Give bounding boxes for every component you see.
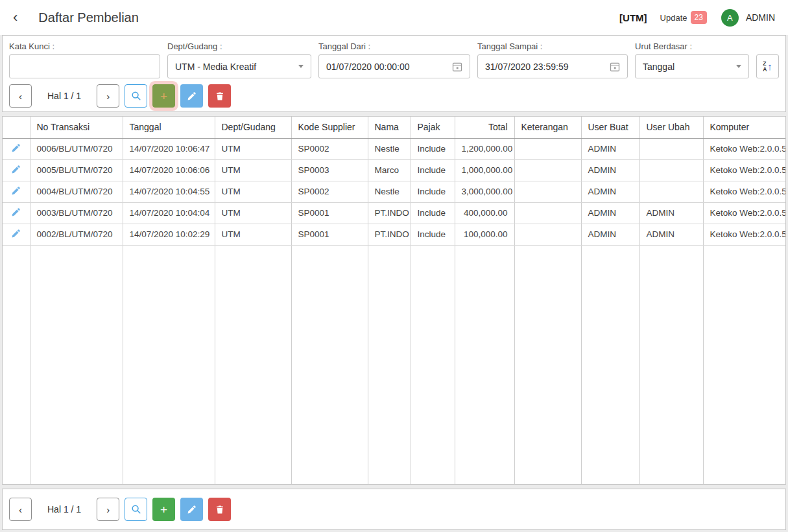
row-edit-pencil-icon[interactable]	[11, 229, 21, 238]
cell-total: 3,000,000.00	[455, 181, 514, 202]
dept-field-group: Dept/Gudang : UTM - Media Kreatif	[167, 41, 311, 78]
update-count-badge: 23	[691, 11, 707, 24]
search-button[interactable]	[125, 84, 147, 108]
cell-dept: UTM	[215, 181, 291, 202]
row-edit-pencil-icon[interactable]	[11, 165, 21, 174]
app-window: ‹ Daftar Pembelian [UTM] Update 23 A ADM…	[0, 0, 788, 532]
table-row[interactable]: 0006/BL/UTM/0720 14/07/2020 10:06:47 UTM…	[3, 138, 785, 159]
cell-keterangan	[514, 202, 581, 224]
prev-page-button[interactable]: ‹	[9, 84, 32, 108]
cell-pajak: Include	[411, 202, 455, 224]
date-from-label: Tanggal Dari :	[318, 41, 470, 51]
add-button[interactable]: +	[152, 84, 175, 108]
column-header: No Transaksi	[30, 117, 123, 138]
cell-no-transaksi: 0003/BL/UTM/0720	[30, 202, 123, 224]
next-page-button[interactable]: ›	[97, 498, 119, 521]
filter-panel: Kata Kunci : Dept/Gudang : UTM - Media K…	[2, 35, 786, 112]
purchases-table: No Transaksi Tanggal Dept/Gudang Kode Su…	[3, 117, 785, 484]
cell-pajak: Include	[411, 159, 455, 181]
edit-button[interactable]	[180, 84, 203, 108]
column-header: Pajak	[411, 117, 455, 138]
cell-user-ubah	[639, 159, 703, 181]
column-header: Nama	[368, 117, 411, 138]
avatar[interactable]: A	[721, 9, 739, 27]
cell-user-buat: ADMIN	[581, 224, 639, 245]
dept-select-value: UTM - Media Kreatif	[175, 62, 256, 72]
sort-select[interactable]: Tanggal	[635, 54, 749, 78]
keyword-input[interactable]	[9, 54, 160, 78]
cell-kode-supplier: SP0003	[291, 159, 368, 181]
cell-user-buat: ADMIN	[581, 159, 639, 181]
cell-keterangan	[514, 159, 581, 181]
cell-komputer: Ketoko Web:2.0.0.5	[703, 202, 785, 224]
column-header: Komputer	[703, 117, 785, 138]
table-row[interactable]: 0005/BL/UTM/0720 14/07/2020 10:06:06 UTM…	[3, 159, 785, 181]
cell-user-ubah	[639, 181, 703, 202]
date-to-input[interactable]: 31/07/2020 23:59:59	[477, 54, 628, 78]
table-panel: No Transaksi Tanggal Dept/Gudang Kode Su…	[2, 116, 786, 485]
calendar-icon[interactable]	[452, 62, 462, 72]
date-from-input[interactable]: 01/07/2020 00:00:00	[318, 54, 470, 78]
cell-no-transaksi: 0006/BL/UTM/0720	[30, 138, 123, 159]
keyword-label: Kata Kunci :	[9, 41, 160, 51]
cell-total: 400,000.00	[455, 202, 514, 224]
delete-button[interactable]	[208, 84, 231, 108]
cell-no-transaksi: 0005/BL/UTM/0720	[30, 159, 123, 181]
edit-button[interactable]	[180, 498, 203, 521]
cell-pajak: Include	[411, 224, 455, 245]
cell-total: 1,200,000.00	[455, 138, 514, 159]
search-icon	[131, 504, 141, 515]
cell-kode-supplier: SP0001	[291, 224, 368, 245]
sort-label: Urut Berdasar :	[635, 41, 749, 51]
cell-pajak: Include	[411, 181, 455, 202]
pencil-icon	[187, 505, 197, 515]
sort-direction-button[interactable]: ZA ↑	[756, 54, 779, 78]
cell-tanggal: 14/07/2020 10:06:06	[123, 159, 215, 181]
cell-tanggal: 14/07/2020 10:06:47	[123, 138, 215, 159]
date-to-value: 31/07/2020 23:59:59	[485, 62, 568, 72]
back-icon[interactable]: ‹	[13, 10, 18, 25]
calendar-icon[interactable]	[610, 62, 620, 72]
page-title: Daftar Pembelian	[38, 10, 139, 25]
cell-komputer: Ketoko Web:2.0.0.5	[703, 224, 785, 245]
chevron-down-icon	[298, 65, 304, 68]
date-to-label: Tanggal Sampai :	[477, 41, 628, 51]
next-page-button[interactable]: ›	[97, 84, 119, 108]
cell-dept: UTM	[215, 138, 291, 159]
row-edit-pencil-icon[interactable]	[11, 207, 21, 217]
add-button[interactable]: +	[152, 498, 175, 521]
row-edit-pencil-icon[interactable]	[11, 143, 21, 153]
sort-arrow-icon: ↑	[767, 62, 772, 71]
date-from-field-group: Tanggal Dari : 01/07/2020 00:00:00	[318, 41, 470, 78]
cell-pajak: Include	[411, 138, 455, 159]
dept-select[interactable]: UTM - Media Kreatif	[167, 54, 311, 78]
cell-komputer: Ketoko Web:2.0.0.5	[703, 181, 785, 202]
keyword-field-group: Kata Kunci :	[9, 41, 160, 78]
cell-total: 1,000,000.00	[455, 159, 514, 181]
prev-page-button[interactable]: ‹	[9, 498, 32, 521]
chevron-down-icon	[736, 65, 741, 68]
cell-tanggal: 14/07/2020 10:04:04	[123, 202, 215, 224]
table-row[interactable]: 0003/BL/UTM/0720 14/07/2020 10:04:04 UTM…	[3, 202, 785, 224]
table-empty-area	[3, 245, 785, 484]
cell-tanggal: 14/07/2020 10:02:29	[123, 224, 215, 245]
cell-dept: UTM	[215, 224, 291, 245]
dept-label: Dept/Gudang :	[167, 41, 311, 51]
cell-dept: UTM	[215, 159, 291, 181]
cell-keterangan	[514, 138, 581, 159]
sort-field-group: Urut Berdasar : Tanggal	[635, 41, 749, 78]
header: ‹ Daftar Pembelian [UTM] Update 23 A ADM…	[0, 0, 788, 35]
top-toolbar: ‹ Hal 1 / 1 › +	[9, 84, 779, 108]
cell-kode-supplier: SP0001	[291, 202, 368, 224]
table-row[interactable]: 0002/BL/UTM/0720 14/07/2020 10:02:29 UTM…	[3, 224, 785, 245]
update-label: Update	[660, 13, 687, 23]
update-link[interactable]: Update 23	[660, 11, 707, 24]
delete-button[interactable]	[208, 498, 231, 521]
cell-nama: PT.INDO	[368, 202, 411, 224]
page-indicator: Hal 1 / 1	[47, 91, 81, 101]
row-edit-pencil-icon[interactable]	[11, 186, 21, 196]
search-button[interactable]	[125, 498, 147, 521]
table-row[interactable]: 0004/BL/UTM/0720 14/07/2020 10:04:55 UTM…	[3, 181, 785, 202]
cell-nama: Nestle	[368, 181, 411, 202]
cell-dept: UTM	[215, 202, 291, 224]
